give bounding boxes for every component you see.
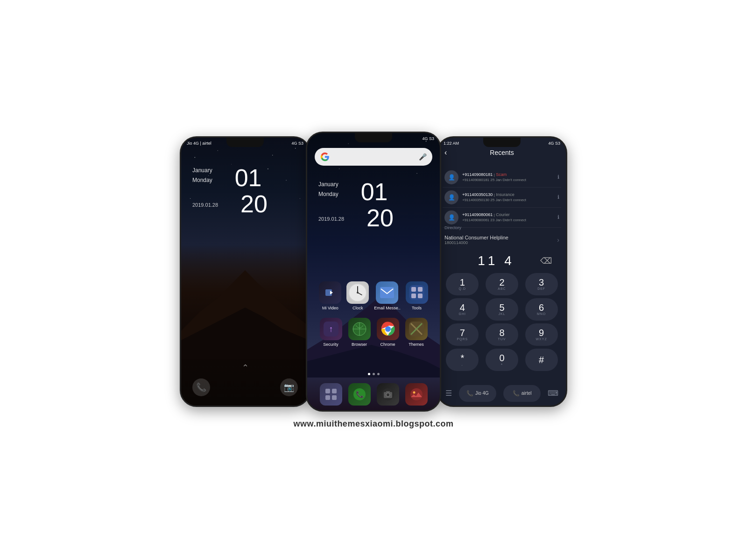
notch3: [483, 138, 521, 147]
svg-point-17: [339, 168, 339, 169]
svg-rect-47: [325, 395, 330, 400]
svg-point-1: [218, 150, 218, 151]
svg-rect-31: [418, 287, 423, 292]
directory-item[interactable]: National Consumer Helpline 1800114000 ›: [438, 231, 566, 249]
numpad-row-2: 4 GHI 5 JKL 6 MNO: [443, 298, 561, 321]
dialer-display: 11 4 ⌫: [438, 253, 566, 268]
num-btn-8[interactable]: 8 TUV: [486, 323, 518, 346]
date-2: 2019.01.28: [318, 216, 344, 222]
app-label-email: Email Messe..: [374, 306, 401, 310]
app-icon-email: [376, 281, 398, 304]
hour-1: 01: [235, 166, 262, 190]
call-btn-jio[interactable]: 📞 Jio 4G: [459, 385, 496, 402]
num-btn-4[interactable]: 4 GHI: [446, 298, 479, 321]
num-btn-hash[interactable]: #: [525, 349, 558, 371]
phone-icon-lock[interactable]: 📞: [192, 378, 210, 396]
recent-item-1[interactable]: 👤 +911409080181 | Scam +911409080181 25 …: [443, 168, 561, 188]
date-1: 2019.01.28: [192, 202, 218, 208]
dot-2: [373, 373, 375, 375]
recent-name-2: +911400350130 | Insurance: [462, 192, 557, 198]
app-browser[interactable]: Browser: [348, 318, 371, 347]
svg-rect-45: [325, 389, 330, 393]
recent-item-2[interactable]: 👤 +911400350130 | Insurance +91140035013…: [443, 188, 561, 208]
phone2-screen: 4G S3 🎤 Jan: [307, 133, 440, 410]
num-btn-7[interactable]: 7 PQRS: [446, 323, 479, 346]
num-btn-1[interactable]: 1 Q.D: [446, 273, 479, 295]
clock-widget-lock: January Monday 01 2019.01.28 20: [192, 166, 268, 216]
app-email[interactable]: Email Messe..: [374, 281, 401, 310]
numpad: 1 Q.D 2 ABC 3 DEF: [438, 273, 566, 374]
phones-container: Jio 4G | airtel 4G S3 January Monday 01 …: [180, 132, 567, 412]
dock-bar: 📞: [307, 383, 440, 406]
directory-name: National Consumer Helpline: [444, 235, 557, 240]
recent-name-3: +911409080061 | Courier: [462, 212, 557, 218]
svg-point-56: [413, 391, 415, 393]
call-bar: ☰ 📞 Jio 4G 📞 airtel ⌨: [438, 385, 566, 402]
recent-name-1: +911409080181 | Scam: [462, 172, 557, 178]
app-chrome[interactable]: Chrome: [377, 318, 399, 347]
month-label-2: January: [318, 180, 338, 190]
app-themes[interactable]: Themes: [405, 318, 428, 347]
phone2-wrapper: 4G S3 🎤 Jan: [306, 132, 441, 412]
mic-icon[interactable]: 🎤: [419, 153, 427, 161]
app-label-tools: Tools: [412, 306, 422, 310]
svg-point-10: [190, 198, 190, 198]
app-icon-chrome: [377, 318, 399, 340]
app-security[interactable]: ↑ Security: [320, 318, 342, 347]
recents-title: Recents: [490, 149, 514, 156]
num-btn-0[interactable]: 0 +: [486, 349, 518, 371]
back-button[interactable]: ‹: [444, 148, 447, 157]
svg-rect-48: [332, 395, 337, 400]
app-tools[interactable]: Tools: [406, 281, 428, 310]
num-btn-star[interactable]: * ,: [446, 349, 479, 371]
phone3-screen: 1:22 AM 4G S3 ‹ Recents 👤 +911409080181: [438, 138, 566, 406]
keypad-icon[interactable]: ⌨: [548, 389, 558, 398]
app-label-security: Security: [323, 342, 338, 347]
apps-row-2: ↑ Security Browser: [317, 318, 430, 347]
app-icon-mi-video: [319, 281, 341, 304]
call-label-jio: Jio 4G: [475, 391, 489, 396]
avatar-1: 👤: [444, 170, 458, 184]
search-bar[interactable]: 🎤: [315, 148, 432, 166]
menu-icon[interactable]: ☰: [445, 389, 452, 398]
status-time: 1:22 AM: [444, 141, 459, 146]
num-btn-5[interactable]: 5 JKL: [486, 298, 518, 321]
num-btn-9[interactable]: 9 WXYZ: [525, 323, 558, 346]
numpad-row-1: 1 Q.D 2 ABC 3 DEF: [443, 273, 561, 295]
day-label-1: Monday: [192, 175, 212, 186]
info-icon-1[interactable]: ℹ: [557, 174, 559, 180]
num-btn-6[interactable]: 6 MNO: [525, 298, 558, 321]
minute-2: 20: [366, 206, 394, 230]
num-btn-2[interactable]: 2 ABC: [486, 273, 518, 295]
dock-gallery[interactable]: [405, 383, 428, 406]
avatar-2: 👤: [444, 190, 458, 204]
num-btn-3[interactable]: 3 DEF: [525, 273, 558, 295]
svg-rect-30: [411, 287, 416, 292]
phone1: Jio 4G | airtel 4G S3 January Monday 01 …: [180, 136, 310, 407]
apps-grid: Mi Video Clock Email Messe: [307, 281, 440, 354]
numpad-row-4: * , 0 + #: [443, 349, 561, 371]
backspace-button[interactable]: ⌫: [540, 256, 552, 266]
status-right-2: 4G S3: [422, 136, 434, 141]
svg-point-3: [272, 154, 273, 155]
directory-info: National Consumer Helpline 1800114000: [444, 235, 557, 245]
app-mi-video[interactable]: Mi Video: [319, 281, 341, 310]
svg-text:📞: 📞: [355, 391, 364, 399]
app-icon-themes: [405, 318, 428, 340]
call-btn-airtel[interactable]: 📞 airtel: [503, 385, 541, 402]
camera-icon-lock[interactable]: 📷: [280, 378, 298, 396]
dock-files[interactable]: [320, 383, 342, 406]
dot-3: [377, 373, 380, 375]
svg-point-19: [416, 173, 417, 173]
minute-1: 20: [240, 192, 268, 216]
website-url: www.miuithemesxiaomi.blogspot.com: [294, 419, 454, 429]
dock-camera[interactable]: [377, 383, 399, 406]
info-icon-3[interactable]: ℹ: [557, 214, 559, 220]
info-icon-2[interactable]: ℹ: [557, 194, 559, 200]
svg-point-0: [195, 157, 196, 158]
recents-list: 👤 +911409080181 | Scam +911409080181 25 …: [438, 160, 566, 228]
dock-phone[interactable]: 📞: [348, 383, 371, 406]
dialer-header: ‹ Recents: [438, 149, 566, 156]
app-clock[interactable]: Clock: [346, 281, 369, 310]
month-label-1: January: [192, 166, 212, 176]
